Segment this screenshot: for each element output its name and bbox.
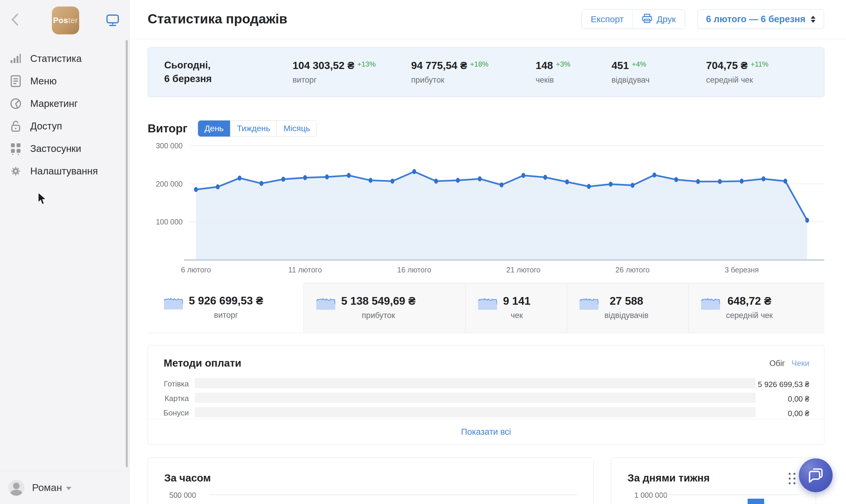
user-menu[interactable]: Роман	[0, 471, 129, 504]
caret-down-icon	[66, 487, 71, 490]
print-label: Друк	[657, 14, 676, 24]
payment-mode-toggle: Обіг Чеки	[770, 359, 809, 368]
payment-row-bonus: Бонуси 0,00 ₴	[148, 405, 824, 419]
sidebar-item-label: Застосунки	[30, 143, 81, 154]
tab-label: Місяць	[283, 124, 310, 133]
today-metric-visitors: 451+4% відвідувач	[611, 59, 650, 85]
sidebar-item-label: Меню	[30, 75, 57, 87]
payment-methods-title: Методи оплати	[163, 357, 241, 369]
poster-logo[interactable]: Poster	[52, 6, 79, 34]
page-title: Статистика продажів	[148, 11, 287, 26]
sparkline-icon	[164, 295, 183, 310]
tab-day[interactable]: День	[198, 121, 230, 137]
card-label: середній чек	[726, 311, 773, 320]
payment-label: Картка	[148, 394, 189, 403]
sidebar-nav: Статистика Меню Маркетинг Доступ	[0, 48, 129, 182]
summary-card-receipts[interactable]: 9 141 чек	[465, 283, 567, 333]
bar-chart-icon	[10, 52, 22, 65]
tab-label: Тиждень	[237, 124, 270, 133]
date-range-picker[interactable]: 6 лютого — 6 березня	[697, 10, 824, 29]
metric-value: 94 775,54 ₴	[411, 59, 467, 71]
sort-arrows-icon	[811, 16, 815, 23]
by-weekday-title: За днями тижня	[627, 472, 710, 484]
card-value: 5 138 549,69 ₴	[341, 295, 416, 307]
today-metric-receipts: 148+3% чеків	[536, 59, 570, 85]
mode-turnover[interactable]: Обіг	[770, 359, 785, 368]
card-label: виторг	[189, 311, 263, 320]
chat-button[interactable]	[799, 458, 833, 492]
metric-delta: +3%	[556, 60, 570, 68]
payment-label: Бонуси	[148, 408, 189, 417]
chevron-left-icon	[11, 13, 19, 27]
mode-receipts[interactable]: Чеки	[792, 359, 809, 368]
payment-value: 5 926 699,53 ₴	[758, 380, 810, 389]
sidebar-item-marketing[interactable]: Маркетинг	[0, 92, 129, 115]
export-button[interactable]: Експорт	[582, 10, 633, 29]
revenue-chart-header: Виторг День Тиждень Місяць	[148, 120, 317, 137]
print-button[interactable]: Друк	[633, 10, 685, 29]
card-value: 5 926 699,53 ₴	[189, 295, 263, 307]
gear-icon	[10, 165, 22, 177]
by-time-card: За часом 500 000	[148, 457, 594, 504]
summary-card-revenue[interactable]: 5 926 699,53 ₴ виторг	[148, 283, 304, 333]
payment-label: Готівка	[148, 379, 189, 389]
sidebar-item-menu[interactable]: Меню	[0, 70, 129, 92]
sidebar-item-label: Маркетинг	[30, 98, 77, 109]
by-weekday-card: За днями тижня 1 000 000	[611, 457, 816, 504]
payment-value: 0,00 ₴	[788, 409, 809, 418]
pie-chart-icon	[10, 97, 22, 110]
card-label: відвідувачів	[604, 311, 649, 320]
drag-handle-icon[interactable]	[788, 472, 796, 487]
sparkline-icon	[478, 295, 497, 310]
metric-value: 148	[536, 59, 553, 71]
card-label: чек	[503, 311, 531, 320]
sidebar-item-label: Налаштування	[30, 165, 98, 177]
tab-week[interactable]: Тиждень	[230, 121, 277, 137]
tab-month[interactable]: Місяць	[277, 121, 316, 137]
summary-card-profit[interactable]: 5 138 549,69 ₴ прибуток	[304, 283, 465, 333]
today-metric-avg-receipt: 704,75 ₴+11% середній чек	[706, 59, 769, 85]
export-print-group: Експорт Друк	[582, 10, 685, 29]
chat-bubble-icon	[807, 466, 824, 484]
payment-bar-track	[195, 393, 756, 403]
summary-card-visitors[interactable]: 27 588 відвідувачів	[567, 283, 688, 333]
sidebar-item-statistics[interactable]: Статистика	[0, 48, 129, 70]
sidebar-item-access[interactable]: Доступ	[0, 115, 129, 138]
terminal-button[interactable]	[105, 14, 120, 28]
payment-bar-track	[195, 378, 756, 388]
today-summary-bar: Сьогодні, 6 березня 104 303,52 ₴+13% вит…	[148, 48, 824, 97]
metric-delta: +11%	[750, 60, 769, 68]
metric-label: чеків	[536, 75, 570, 85]
sidebar-scrollbar[interactable]	[126, 40, 128, 467]
metric-value: 704,75 ₴	[706, 59, 747, 71]
show-all-link[interactable]: Показати всі	[148, 419, 824, 445]
header-actions: Експорт Друк 6 лютого — 6 березня	[582, 10, 824, 29]
gridline	[659, 494, 799, 495]
sidebar: Poster Статистика Меню	[0, 0, 130, 504]
today-metric-revenue: 104 303,52 ₴+13% виторг	[293, 59, 376, 85]
card-value: 9 141	[503, 295, 531, 307]
metric-delta: +4%	[632, 60, 646, 68]
svg-text:3 березня: 3 березня	[725, 266, 759, 274]
revenue-chart-title: Виторг	[148, 122, 188, 135]
metric-delta: +13%	[357, 60, 376, 68]
gridline	[209, 494, 577, 495]
summary-card-avg-receipt[interactable]: 648,72 ₴ середній чек	[688, 283, 824, 333]
y-axis-label: 1 000 000	[634, 491, 667, 500]
lock-open-icon	[10, 120, 22, 132]
sparkline-icon	[580, 295, 599, 310]
sidebar-item-settings[interactable]: Налаштування	[0, 160, 129, 182]
metric-label: відвідувач	[611, 75, 650, 85]
card-value: 648,72 ₴	[726, 295, 773, 307]
card-value: 27 588	[604, 295, 649, 307]
payment-value: 0,00 ₴	[788, 394, 809, 403]
tab-label: День	[205, 124, 224, 133]
back-button[interactable]	[8, 14, 21, 26]
weekday-bar	[747, 499, 764, 504]
sparkline-icon	[316, 295, 335, 310]
payment-methods-card: Методи оплати Обіг Чеки Готівка 5 926 69…	[148, 345, 824, 445]
payment-bar-track	[195, 407, 756, 417]
sparkline-icon	[701, 295, 720, 310]
sidebar-item-apps[interactable]: Застосунки	[0, 138, 129, 160]
today-heading: Сьогодні, 6 березня	[164, 58, 212, 86]
